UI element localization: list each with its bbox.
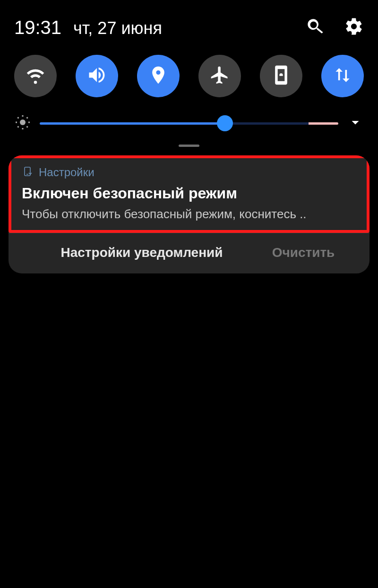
app-label: WhatsApp — [207, 520, 259, 534]
svg-line-5 — [17, 117, 18, 118]
svg-point-12 — [140, 481, 150, 491]
app-navigator[interactable]: Навигатор — [12, 361, 101, 437]
notification-card: Настройки Включен безопасный режим Чтобы… — [9, 155, 369, 273]
shade-dim-overlay — [0, 324, 378, 588]
app-whatsapp[interactable]: WhatsApp — [189, 458, 278, 534]
shade-drag-handle[interactable] — [179, 145, 199, 147]
gear-icon[interactable] — [344, 17, 364, 38]
toggle-sound[interactable] — [76, 55, 118, 97]
clock-icon: 1 — [205, 361, 262, 418]
toggle-mobile-data[interactable] — [321, 55, 364, 97]
settings-app-icon — [22, 166, 33, 179]
svg-line-6 — [27, 127, 28, 128]
clock-date: чт, 27 июня — [73, 18, 162, 38]
quick-settings-header: 19:31 чт, 27 июня — [14, 17, 364, 38]
airplane-icon — [209, 65, 230, 87]
chevron-down-icon[interactable] — [347, 114, 364, 133]
notification-safe-mode[interactable]: Настройки Включен безопасный режим Чтобы… — [9, 155, 369, 233]
app-yandex-maps[interactable]: Яндекс.Карты — [278, 458, 367, 534]
app-label: ВКонтакте — [29, 520, 84, 534]
yandex-maps-icon — [293, 458, 350, 515]
toggle-airplane[interactable] — [198, 55, 241, 97]
chrome-icon — [116, 458, 173, 515]
app-chrome[interactable]: Chrome — [101, 458, 189, 534]
nav-arrow-icon — [28, 361, 85, 418]
header-actions — [305, 17, 364, 38]
search-icon[interactable] — [305, 17, 325, 38]
brightness-row — [14, 114, 364, 133]
notification-settings-button[interactable]: Настройки уведомлений — [27, 245, 256, 260]
toggle-wifi[interactable] — [14, 55, 57, 97]
svg-line-8 — [27, 117, 28, 118]
app-clock[interactable]: 1 Часы — [189, 361, 278, 437]
notification-body: Чтобы отключить безопасный режим, коснит… — [22, 207, 356, 222]
app-label: Chrome — [125, 520, 165, 534]
app-label: Яндекс.Карты — [285, 520, 359, 534]
gear-icon — [293, 361, 350, 418]
brightness-low-icon — [14, 114, 31, 133]
svg-line-7 — [17, 127, 18, 128]
location-icon — [148, 65, 169, 87]
home-apps-grid: Навигатор 1 Часы Настройки ВКонтакте — [0, 333, 378, 534]
toggle-rotation-lock[interactable] — [260, 55, 302, 97]
quick-settings-panel: 19:31 чт, 27 июня — [0, 0, 378, 147]
clear-all-button[interactable]: Очистить — [256, 245, 351, 260]
notification-area: Настройки Включен безопасный режим Чтобы… — [0, 155, 378, 273]
brightness-slider[interactable] — [40, 114, 338, 133]
wifi-icon — [25, 65, 46, 87]
mobile-data-icon — [332, 65, 353, 87]
app-label: Настройки — [294, 424, 350, 437]
vk-icon — [28, 458, 85, 515]
toggle-location[interactable] — [137, 55, 180, 97]
volume-icon — [86, 65, 107, 87]
rotation-lock-icon — [271, 65, 292, 87]
svg-point-11 — [132, 474, 157, 499]
home-screen-background: Навигатор 1 Часы Настройки ВКонтакте — [0, 324, 378, 588]
svg-point-0 — [20, 119, 26, 125]
svg-text:1: 1 — [226, 379, 237, 401]
time-date-block[interactable]: 19:31 чт, 27 июня — [14, 17, 162, 38]
quick-toggles-row — [14, 55, 364, 97]
brightness-track — [40, 122, 338, 125]
app-vk[interactable]: ВКонтакте — [12, 458, 101, 534]
notification-title: Включен безопасный режим — [22, 185, 356, 202]
notification-footer: Настройки уведомлений Очистить — [9, 233, 369, 273]
app-label: Часы — [219, 424, 247, 437]
clock-time: 19:31 — [14, 17, 61, 38]
whatsapp-icon — [205, 458, 262, 515]
app-settings[interactable]: Настройки — [278, 361, 367, 437]
notification-app-row: Настройки — [22, 166, 356, 179]
app-label: Навигатор — [29, 424, 83, 437]
notification-app-name: Настройки — [39, 166, 94, 179]
svg-point-13 — [141, 483, 148, 490]
brightness-thumb[interactable] — [217, 115, 233, 131]
